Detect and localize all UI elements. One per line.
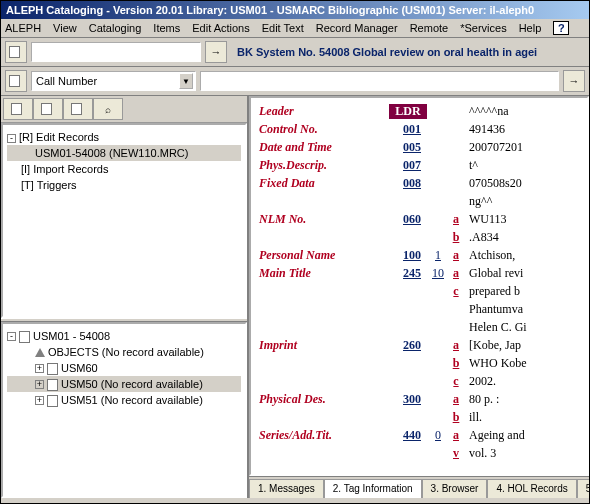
marc-value[interactable]: vol. 3 (463, 446, 579, 461)
toolbar-icon-1[interactable] (5, 41, 27, 63)
marc-row[interactable]: b.A834 (259, 230, 579, 248)
tree-edit-records[interactable]: [R] Edit Records (19, 131, 99, 143)
marc-subfield[interactable]: c (449, 374, 463, 389)
marc-tag[interactable]: 001 (389, 122, 427, 137)
tab-hol-records[interactable]: 4. HOL Records (487, 479, 576, 498)
marc-indicator[interactable]: 1 (427, 248, 449, 263)
tab-icon-1[interactable] (3, 98, 33, 120)
marc-row[interactable]: vvol. 3 (259, 446, 579, 464)
menu-edit-actions[interactable]: Edit Actions (192, 22, 249, 34)
marc-row[interactable]: cprepared b (259, 284, 579, 302)
marc-subfield[interactable]: a (449, 392, 463, 407)
marc-value[interactable]: WHO Kobe (463, 356, 579, 371)
menu-items[interactable]: Items (153, 22, 180, 34)
marc-value[interactable]: WU113 (463, 212, 579, 227)
marc-row[interactable]: Helen C. Gi (259, 320, 579, 338)
marc-tag[interactable]: LDR (389, 104, 427, 119)
marc-row[interactable]: Fixed Data008070508s20 (259, 176, 579, 194)
marc-value[interactable]: Global revi (463, 266, 579, 281)
menu-view[interactable]: View (53, 22, 77, 34)
menu-services[interactable]: *Services (460, 22, 506, 34)
marc-editor[interactable]: LeaderLDR^^^^^naControl No.001491436Date… (249, 96, 589, 476)
menu-edit-text[interactable]: Edit Text (262, 22, 304, 34)
marc-subfield[interactable]: a (449, 248, 463, 263)
marc-row[interactable]: Phys.Descrip.007t^ (259, 158, 579, 176)
marc-row[interactable]: Phantumva (259, 302, 579, 320)
search-input[interactable] (200, 71, 559, 91)
tab-browser[interactable]: 3. Browser (422, 479, 488, 498)
marc-value[interactable]: ng^^ (463, 194, 579, 209)
marc-value[interactable]: ^^^^^na (463, 104, 579, 119)
marc-value[interactable]: Atchison, (463, 248, 579, 263)
navigator-tree-top[interactable]: -[R] Edit Records USM01-54008 (NEW110.MR… (1, 123, 247, 318)
tree-usm60[interactable]: USM60 (61, 362, 98, 374)
marc-subfield[interactable]: a (449, 266, 463, 281)
marc-value[interactable]: prepared b (463, 284, 579, 299)
marc-row[interactable]: NLM No.060aWU113 (259, 212, 579, 230)
tab-messages[interactable]: 1. Messages (249, 479, 324, 498)
tree-record-item[interactable]: USM01-54008 (NEW110.MRC) (35, 147, 188, 159)
marc-row[interactable]: Personal Name1001aAtchison, (259, 248, 579, 266)
tab-tag-information[interactable]: 2. Tag Information (324, 479, 422, 498)
marc-indicator[interactable]: 0 (427, 428, 449, 443)
marc-value[interactable]: Phantumva (463, 302, 579, 317)
tree-objects[interactable]: OBJECTS (No record available) (48, 346, 204, 358)
marc-row[interactable]: Date and Time005200707201 (259, 140, 579, 158)
marc-row[interactable]: Control No.001491436 (259, 122, 579, 140)
go-button-2[interactable]: → (563, 70, 585, 92)
marc-row[interactable]: ng^^ (259, 194, 579, 212)
marc-value[interactable]: 2002. (463, 374, 579, 389)
go-button-1[interactable]: → (205, 41, 227, 63)
marc-tag[interactable]: 005 (389, 140, 427, 155)
index-dropdown[interactable]: Call Number ▼ (31, 71, 196, 91)
marc-value[interactable]: 491436 (463, 122, 579, 137)
marc-value[interactable]: 200707201 (463, 140, 579, 155)
marc-tag[interactable]: 300 (389, 392, 427, 407)
marc-tag[interactable]: 260 (389, 338, 427, 353)
tree-triggers[interactable]: [T] Triggers (21, 179, 77, 191)
marc-value[interactable]: 80 p. : (463, 392, 579, 407)
marc-subfield[interactable]: b (449, 356, 463, 371)
marc-tag[interactable]: 245 (389, 266, 427, 281)
marc-row[interactable]: Series/Add.Tit.4400aAgeing and (259, 428, 579, 446)
marc-tag[interactable]: 060 (389, 212, 427, 227)
marc-value[interactable]: Helen C. Gi (463, 320, 579, 335)
marc-tag[interactable]: 008 (389, 176, 427, 191)
marc-row[interactable]: bill. (259, 410, 579, 428)
toolbar-input-1[interactable] (31, 42, 201, 62)
menu-remote[interactable]: Remote (410, 22, 449, 34)
marc-value[interactable]: t^ (463, 158, 579, 173)
tree-usm50[interactable]: USM50 (No record available) (61, 378, 203, 390)
marc-row[interactable]: Main Title24510aGlobal revi (259, 266, 579, 284)
tree-import-records[interactable]: [I] Import Records (21, 163, 108, 175)
tab-icon-search[interactable]: ⌕ (93, 98, 123, 120)
menu-cataloging[interactable]: Cataloging (89, 22, 142, 34)
marc-value[interactable]: 070508s20 (463, 176, 579, 191)
menu-aleph[interactable]: ALEPH (5, 22, 41, 34)
tree-usm51[interactable]: USM51 (No record available) (61, 394, 203, 406)
marc-subfield[interactable]: a (449, 338, 463, 353)
marc-row[interactable]: Imprint260a[Kobe, Jap (259, 338, 579, 356)
tab-objects[interactable]: 5. Ob (577, 479, 590, 498)
marc-row[interactable]: LeaderLDR^^^^^na (259, 104, 579, 122)
marc-subfield[interactable]: b (449, 230, 463, 245)
marc-tag[interactable]: 440 (389, 428, 427, 443)
marc-subfield[interactable]: a (449, 212, 463, 227)
marc-value[interactable]: Ageing and (463, 428, 579, 443)
marc-subfield[interactable]: a (449, 428, 463, 443)
marc-value[interactable]: ill. (463, 410, 579, 425)
menu-record-manager[interactable]: Record Manager (316, 22, 398, 34)
marc-row[interactable]: Physical Des.300a80 p. : (259, 392, 579, 410)
tree-sysno[interactable]: USM01 - 54008 (33, 330, 110, 342)
menu-help[interactable]: Help (519, 22, 542, 34)
marc-indicator[interactable]: 10 (427, 266, 449, 281)
marc-subfield[interactable]: b (449, 410, 463, 425)
marc-tag[interactable]: 007 (389, 158, 427, 173)
tab-icon-2[interactable] (33, 98, 63, 120)
marc-subfield[interactable]: v (449, 446, 463, 461)
chevron-down-icon[interactable]: ▼ (179, 73, 193, 89)
toolbar-icon-2[interactable] (5, 70, 27, 92)
marc-value[interactable]: .A834 (463, 230, 579, 245)
marc-row[interactable]: c2002. (259, 374, 579, 392)
marc-row[interactable]: bWHO Kobe (259, 356, 579, 374)
